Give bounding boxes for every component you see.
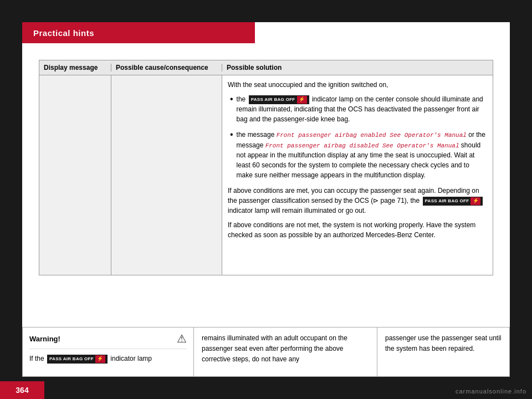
warning-header: Warning! ⚠ (29, 332, 187, 349)
solution-para2: If above conditions are not met, the sys… (228, 220, 487, 240)
col-cause-header: Possible cause/consequence (111, 64, 222, 71)
page-number: 364 (16, 386, 28, 395)
airbag-icon-2 (470, 197, 480, 205)
para1-post: indicator lamp will remain illuminated o… (228, 207, 366, 214)
bullet-item-2: • the message Front passenger airbag ena… (228, 130, 487, 180)
bullet2-pre: the message (237, 131, 275, 139)
bullet-dot-1: • (230, 95, 233, 124)
center-text-box: remains illuminated with an adult occupa… (194, 327, 377, 377)
col-display-header: Display message (39, 64, 111, 71)
center-text: remains illuminated with an adult occupa… (202, 334, 347, 363)
warning-body: If the PASS AIR BAG OFF indicator lamp (29, 354, 187, 364)
warning-label: Warning! (29, 335, 60, 343)
solution-intro: With the seat unoccupied and the ignitio… (228, 80, 487, 90)
cell-solution: With the seat unoccupied and the ignitio… (222, 75, 493, 275)
watermark: carmanualsonline.info (456, 388, 526, 395)
bullet-content-2: the message Front passenger airbag enabl… (237, 130, 487, 180)
col-solution-header: Possible solution (222, 64, 493, 71)
cell-display (39, 75, 111, 275)
table-body: With the seat unoccupied and the ignitio… (39, 75, 493, 275)
bullet-item-1: • the PASS AIR BAG OFF indicator lamp on… (228, 94, 487, 124)
bullet-dot-2: • (230, 130, 233, 180)
warning-body-post: indicator lamp (110, 355, 152, 362)
solution-para1: If above conditions are met, you can occ… (228, 186, 487, 216)
right-text: passenger use the passenger seat until t… (385, 334, 501, 352)
pass-airbag-off-badge-warning: PASS AIR BAG OFF (47, 355, 108, 364)
cell-cause (111, 75, 222, 275)
bullet1-pre: the (237, 95, 246, 103)
warning-triangle-icon: ⚠ (177, 332, 187, 345)
warning-body-pre: If the (29, 355, 44, 362)
code-text-2: Front passenger airbag disabled See Oper… (265, 142, 459, 149)
page-title: Practical hints (33, 28, 94, 38)
page-number-box: 364 (0, 381, 44, 399)
code-text-1: Front passenger airbag enabled See Opera… (277, 132, 467, 139)
airbag-icon-warning (95, 355, 105, 363)
table-header: Display message Possible cause/consequen… (39, 60, 493, 75)
bullet-content-1: the PASS AIR BAG OFF indicator lamp on t… (237, 94, 487, 124)
pass-airbag-off-badge-2: PASS AIR BAG OFF (423, 197, 483, 206)
main-table: Display message Possible cause/consequen… (39, 60, 493, 275)
right-text-box: passenger use the passenger seat until t… (377, 327, 510, 377)
pass-airbag-off-badge-1: PASS AIR BAG OFF (249, 95, 309, 104)
header-bar: Practical hints (22, 22, 255, 43)
bottom-section: Warning! ⚠ If the PASS AIR BAG OFF indic… (22, 327, 510, 377)
warning-box: Warning! ⚠ If the PASS AIR BAG OFF indic… (22, 327, 194, 377)
airbag-icon-1 (297, 96, 307, 104)
